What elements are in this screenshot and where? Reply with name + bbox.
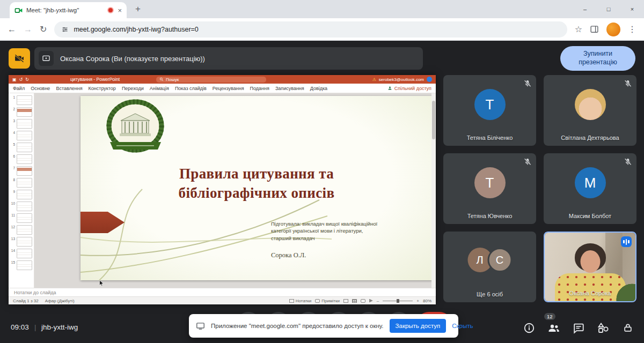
comments-toggle-label: Примітки: [321, 299, 340, 303]
browser-menu-button[interactable]: ⋮: [628, 24, 636, 34]
mic-off-icon: [624, 79, 632, 88]
bookmark-star-icon[interactable]: ☆: [575, 24, 582, 34]
ribbon-tab[interactable]: Показ слайдів: [175, 86, 207, 91]
ribbon-tab[interactable]: Вставлення: [56, 86, 82, 91]
slide-thumbnail[interactable]: 7: [11, 166, 33, 176]
activities-panel-button[interactable]: [597, 322, 610, 334]
zoom-slider[interactable]: [383, 301, 413, 301]
slide-thumbnail[interactable]: 3: [11, 119, 33, 129]
slide-thumbnail[interactable]: 5: [11, 143, 33, 152]
slideshow-icon[interactable]: [369, 299, 373, 303]
meeting-details-button[interactable]: [523, 322, 536, 334]
reading-view-icon[interactable]: [361, 299, 365, 303]
ribbon-tab[interactable]: Конструктор: [89, 86, 116, 91]
zoom-in-button[interactable]: +: [416, 299, 419, 303]
ribbon-tab[interactable]: Анімація: [150, 86, 169, 91]
slide-thumbnail[interactable]: 15: [11, 260, 33, 270]
slide-thumb-preview: [17, 95, 32, 105]
slide-thumbnail[interactable]: 6: [11, 154, 33, 164]
slide-thumbnail[interactable]: 9: [11, 190, 33, 199]
lock-icon: [623, 323, 633, 333]
undo-icon[interactable]: ↺: [19, 77, 23, 82]
person-face: [580, 250, 600, 273]
slide-thumb-preview: [17, 166, 32, 176]
share-button[interactable]: Спільний доступ: [387, 86, 431, 91]
slide-author: Сорока О.Л.: [271, 251, 306, 259]
slide-thumbnail[interactable]: 4: [11, 131, 33, 140]
participant-tile[interactable]: Світлана Дехтярьова: [544, 75, 636, 146]
side-panel-icon[interactable]: [590, 25, 599, 34]
ribbon-tab[interactable]: Записування: [275, 86, 304, 91]
site-settings-icon[interactable]: [61, 26, 69, 33]
stop-sharing-button[interactable]: Закрыть доступ: [390, 319, 447, 333]
slide-thumbnail[interactable]: 10: [11, 202, 33, 211]
window-minimize-button[interactable]: –: [573, 0, 597, 18]
window-maximize-button[interactable]: □: [597, 0, 620, 18]
stop-presentation-button[interactable]: Зупинити презентацію: [560, 46, 635, 71]
slide-canvas: Правила цитування та бібліографічних опи…: [34, 93, 436, 288]
ppt-search-box[interactable]: Пошук: [156, 77, 266, 83]
hide-notification-link[interactable]: Скрыть: [452, 323, 473, 329]
status-bar-right: Нотатки Примітки – + 80%: [289, 299, 431, 303]
slide-thumbnail[interactable]: 13: [11, 237, 33, 247]
ribbon-tab[interactable]: Рецензування: [213, 86, 244, 91]
url-text[interactable]: meet.google.com/jhb-yxtt-iwg?authuser=0: [74, 26, 198, 33]
participant-tile[interactable]: М Максим Болбот: [544, 153, 636, 224]
chat-icon: [573, 322, 584, 334]
ppt-status-bar: Слайд 1 з 32 Афар (Джібуті) Нотатки Прим…: [9, 296, 436, 304]
participant-tile[interactable]: Т Тетяна Біліченко: [443, 75, 536, 146]
language-indicator[interactable]: Афар (Джібуті): [45, 299, 75, 303]
slide-thumbnail[interactable]: 1: [11, 95, 33, 105]
slide-thumb-preview: [17, 154, 32, 164]
slide-thumbnail[interactable]: 12: [11, 225, 33, 235]
notes-pane[interactable]: Нотатки до слайда: [9, 288, 436, 296]
ppt-ribbon-tabs: ФайлОсновнеВставленняКонструкторПереходи…: [9, 84, 436, 93]
participant-tile[interactable]: Т Тетяна Ювченко: [443, 153, 536, 224]
participant-name: Тетяна Ювченко: [443, 213, 536, 219]
slide-thumbnail[interactable]: 8: [11, 178, 33, 188]
address-bar[interactable]: meet.google.com/jhb-yxtt-iwg?authuser=0: [54, 21, 567, 38]
back-button[interactable]: ←: [8, 25, 16, 34]
chat-panel-button[interactable]: [572, 322, 585, 334]
overflow-participants-tile[interactable]: Л С Ще 6 осіб: [443, 232, 536, 302]
ppt-scrollbar[interactable]: [431, 93, 436, 288]
scrollbar-thumb[interactable]: [432, 101, 435, 139]
slide-subtitle: Підготувала: викладач вищої кваліфікацій…: [271, 220, 383, 242]
ribbon-tab[interactable]: Переходи: [122, 86, 144, 91]
zoom-out-button[interactable]: –: [377, 299, 379, 303]
host-controls-button[interactable]: [621, 322, 634, 334]
meet-favicon-icon: [14, 6, 23, 14]
slide-sorter-icon[interactable]: [352, 299, 357, 303]
self-video-tile[interactable]: Оксана Сорока: [544, 232, 636, 302]
new-tab-button[interactable]: +: [135, 4, 141, 14]
redo-icon[interactable]: ↻: [25, 77, 29, 82]
slide-thumbnail[interactable]: 14: [11, 249, 33, 258]
comments-toggle-button[interactable]: Примітки: [315, 299, 340, 303]
ribbon-tab[interactable]: Основне: [31, 86, 50, 91]
quick-access-toolbar: ▣ ↺ ↻: [12, 77, 66, 82]
ribbon-tab[interactable]: Файл: [13, 86, 25, 91]
slide-thumbnail[interactable]: 11: [11, 213, 33, 223]
reload-button[interactable]: ↻: [40, 24, 47, 34]
ribbon-tab[interactable]: Довідка: [310, 86, 327, 91]
browser-tab[interactable]: Meet: "jhb-yxtt-iwg" ×: [10, 2, 127, 18]
meeting-panels-bar: 12: [523, 322, 634, 334]
avatar-initial: Л: [476, 254, 483, 266]
clock: 09:03: [11, 323, 29, 331]
account-avatar[interactable]: [427, 77, 432, 82]
window-close-button[interactable]: ×: [620, 0, 644, 18]
avatar-initial: Т: [486, 175, 494, 191]
tab-close-button[interactable]: ×: [118, 6, 122, 14]
zoom-level[interactable]: 80%: [423, 299, 431, 303]
ppt-title-bar: ▣ ↺ ↻ цитування - PowerPoint Пошук ⚠ ser…: [9, 75, 436, 84]
zoom-slider-thumb[interactable]: [397, 299, 399, 303]
ribbon-tab[interactable]: Подання: [250, 86, 269, 91]
profile-avatar[interactable]: [606, 23, 620, 36]
slide-thumbnail[interactable]: 2: [11, 107, 33, 117]
slide-number: 9: [11, 190, 15, 193]
people-panel-button[interactable]: 12: [547, 322, 560, 334]
save-icon[interactable]: ▣: [12, 77, 17, 82]
monitor-icon: [196, 322, 205, 331]
normal-view-icon[interactable]: [343, 299, 348, 303]
notes-toggle-button[interactable]: Нотатки: [289, 299, 312, 303]
